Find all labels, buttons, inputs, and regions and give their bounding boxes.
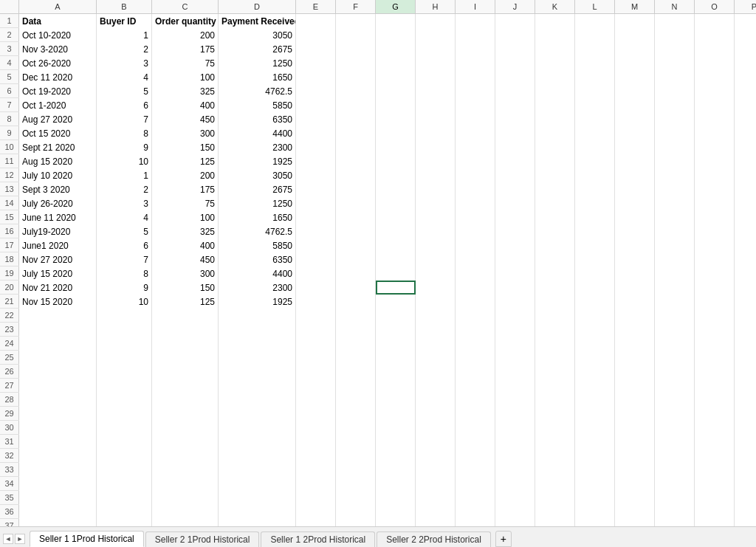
cell-o19[interactable] xyxy=(695,266,735,281)
cell-f27[interactable] xyxy=(336,379,376,393)
cell-h5[interactable] xyxy=(416,70,456,84)
cell-b3[interactable]: 2 xyxy=(97,42,152,56)
cell-f34[interactable] xyxy=(336,477,376,491)
cell-m32[interactable] xyxy=(615,449,655,463)
cell-l25[interactable] xyxy=(575,351,615,365)
cell-g30[interactable] xyxy=(376,421,416,435)
cell-e29[interactable] xyxy=(296,407,336,421)
cell-j1[interactable] xyxy=(495,14,535,28)
cell-o30[interactable] xyxy=(695,421,735,435)
cell-c19[interactable]: 300 xyxy=(152,266,219,281)
cell-d32[interactable] xyxy=(219,449,296,463)
cell-p7[interactable] xyxy=(735,98,756,112)
cell-h7[interactable] xyxy=(416,98,456,112)
cell-a36[interactable] xyxy=(19,505,97,519)
cell-m7[interactable] xyxy=(615,98,655,112)
cell-i21[interactable] xyxy=(456,295,495,309)
cell-n1[interactable] xyxy=(655,14,695,28)
cell-f4[interactable] xyxy=(336,56,376,70)
cell-l31[interactable] xyxy=(575,435,615,449)
cell-f35[interactable] xyxy=(336,491,376,505)
cell-g11[interactable] xyxy=(376,154,416,168)
cell-o29[interactable] xyxy=(695,407,735,421)
cell-k1[interactable] xyxy=(535,14,575,28)
cell-m4[interactable] xyxy=(615,56,655,70)
cell-g21[interactable] xyxy=(376,295,416,309)
cell-m11[interactable] xyxy=(615,154,655,168)
cell-m15[interactable] xyxy=(615,210,655,224)
cell-h13[interactable] xyxy=(416,182,456,196)
cell-f2[interactable] xyxy=(336,28,376,42)
cell-d35[interactable] xyxy=(219,491,296,505)
cell-b30[interactable] xyxy=(97,421,152,435)
cell-e14[interactable] xyxy=(296,196,336,210)
cell-i36[interactable] xyxy=(456,505,495,519)
cell-b26[interactable] xyxy=(97,365,152,379)
cell-n12[interactable] xyxy=(655,168,695,182)
cell-n19[interactable] xyxy=(655,266,695,281)
cell-i14[interactable] xyxy=(456,196,495,210)
cell-k27[interactable] xyxy=(535,379,575,393)
cell-g26[interactable] xyxy=(376,365,416,379)
cell-m35[interactable] xyxy=(615,491,655,505)
cell-k10[interactable] xyxy=(535,140,575,154)
cell-e37[interactable] xyxy=(296,519,336,526)
cell-c13[interactable]: 175 xyxy=(152,182,219,196)
cell-j33[interactable] xyxy=(495,463,535,477)
cell-b13[interactable]: 2 xyxy=(97,182,152,196)
cell-i29[interactable] xyxy=(456,407,495,421)
cell-i6[interactable] xyxy=(456,84,495,98)
cell-o17[interactable] xyxy=(695,238,735,252)
tab-add-button[interactable]: + xyxy=(495,531,512,547)
cell-p21[interactable] xyxy=(735,295,756,309)
cell-n33[interactable] xyxy=(655,463,695,477)
cell-n21[interactable] xyxy=(655,295,695,309)
cell-j6[interactable] xyxy=(495,84,535,98)
cell-k26[interactable] xyxy=(535,365,575,379)
cell-j21[interactable] xyxy=(495,295,535,309)
cell-p10[interactable] xyxy=(735,140,756,154)
cell-b33[interactable] xyxy=(97,463,152,477)
cell-d4[interactable]: 1250 xyxy=(219,56,296,70)
cell-i5[interactable] xyxy=(456,70,495,84)
cell-j13[interactable] xyxy=(495,182,535,196)
cell-p17[interactable] xyxy=(735,238,756,252)
cell-a5[interactable]: Dec 11 2020 xyxy=(19,70,97,84)
cell-d11[interactable]: 1925 xyxy=(219,154,296,168)
cell-d30[interactable] xyxy=(219,421,296,435)
cell-m13[interactable] xyxy=(615,182,655,196)
cell-l15[interactable] xyxy=(575,210,615,224)
cell-a24[interactable] xyxy=(19,337,97,351)
cell-b12[interactable]: 1 xyxy=(97,168,152,182)
cell-a21[interactable]: Nov 15 2020 xyxy=(19,295,97,309)
cell-c9[interactable]: 300 xyxy=(152,126,219,140)
cell-e21[interactable] xyxy=(296,295,336,309)
cell-o2[interactable] xyxy=(695,28,735,42)
cell-i12[interactable] xyxy=(456,168,495,182)
cell-l35[interactable] xyxy=(575,491,615,505)
cell-f3[interactable] xyxy=(336,42,376,56)
cell-h2[interactable] xyxy=(416,28,456,42)
cell-o35[interactable] xyxy=(695,491,735,505)
cell-p4[interactable] xyxy=(735,56,756,70)
cell-c20[interactable]: 150 xyxy=(152,281,219,295)
cell-h35[interactable] xyxy=(416,491,456,505)
cell-d26[interactable] xyxy=(219,365,296,379)
cell-k4[interactable] xyxy=(535,56,575,70)
cell-i18[interactable] xyxy=(456,252,495,266)
cell-l6[interactable] xyxy=(575,84,615,98)
cell-h34[interactable] xyxy=(416,477,456,491)
cell-d22[interactable] xyxy=(219,309,296,323)
cell-a3[interactable]: Nov 3-2020 xyxy=(19,42,97,56)
cell-n35[interactable] xyxy=(655,491,695,505)
cell-l9[interactable] xyxy=(575,126,615,140)
cell-f24[interactable] xyxy=(336,337,376,351)
cell-e36[interactable] xyxy=(296,505,336,519)
cell-k5[interactable] xyxy=(535,70,575,84)
cell-h36[interactable] xyxy=(416,505,456,519)
cell-o28[interactable] xyxy=(695,393,735,407)
cell-i34[interactable] xyxy=(456,477,495,491)
cell-c1[interactable]: Order quantity xyxy=(152,14,219,28)
cell-l8[interactable] xyxy=(575,112,615,126)
cell-m20[interactable] xyxy=(615,281,655,295)
